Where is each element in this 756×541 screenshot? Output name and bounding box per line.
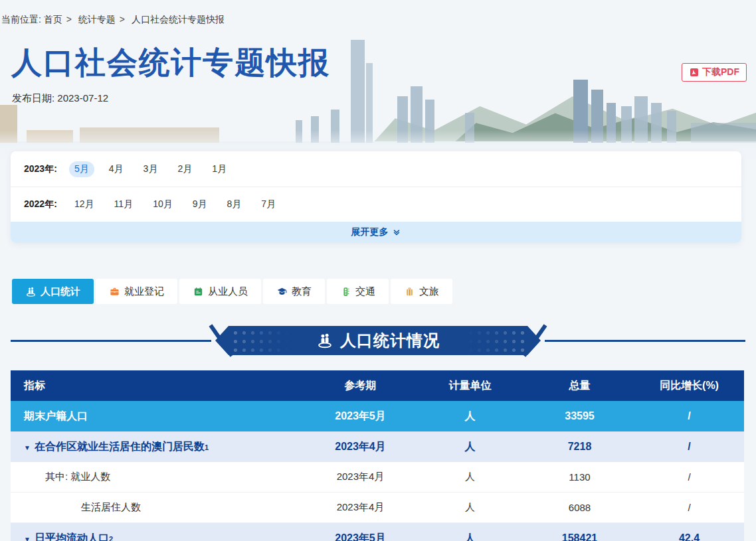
period-cell: 2023年5月: [306, 532, 415, 541]
section-line-right: [545, 340, 745, 342]
indicator-label: 在合作区就业生活居住的澳门居民数: [35, 440, 205, 454]
download-pdf-button[interactable]: 下载PDF: [682, 63, 747, 82]
month-option[interactable]: 11月: [109, 196, 139, 212]
total-cell: 6088: [525, 502, 634, 513]
period-filter-card: 2023年:5月4月3月2月1月2022年:12月11月10月9月8月7月 展开…: [11, 151, 741, 243]
section-title: 人口统计情况: [340, 330, 440, 351]
yoy-cell: /: [634, 410, 744, 422]
population-stats-table: 指标参考期计量单位总量同比增长(%)期末户籍人口2023年5月人33595/▼在…: [11, 370, 744, 541]
tab-label: 就业登记: [124, 285, 164, 298]
unit-cell: 人: [415, 501, 525, 514]
breadcrumb-item: 人口社会统计专题快报: [129, 14, 225, 25]
graduation-cap-icon: [276, 286, 288, 297]
table-row: 其中: 就业人数2023年4月人1130/: [11, 462, 744, 493]
people-icon: [316, 332, 333, 349]
month-option[interactable]: 7月: [256, 196, 281, 212]
table-row[interactable]: ▼日平均流动人口22023年5月人15842142.4: [11, 523, 744, 541]
indicator-label: 期末户籍人口: [24, 410, 88, 424]
collapse-triangle-icon[interactable]: ▼: [24, 444, 31, 451]
period-cell: 2023年4月: [306, 471, 415, 483]
tab-label: 文旅: [419, 285, 439, 298]
month-option[interactable]: 1月: [207, 161, 232, 177]
traffic-light-icon: [340, 286, 351, 297]
tab-教育[interactable]: 教育: [263, 279, 325, 304]
publish-date: 发布日期: 2023-07-12: [12, 92, 108, 105]
luggage-icon: [404, 286, 415, 297]
page-title: 人口社会统计专题快报: [11, 42, 330, 84]
month-option[interactable]: 5月: [69, 161, 94, 177]
unit-cell: 人: [415, 410, 525, 424]
column-header: 同比增长(%): [634, 379, 744, 393]
indicator-cell: 生活居住人数: [11, 501, 306, 514]
section-banner: 人口统计情况: [215, 326, 541, 355]
month-option[interactable]: 4月: [104, 161, 129, 177]
table-row: 生活居住人数2023年4月人6088/: [11, 493, 744, 523]
indicator-cell: ▼日平均流动人口2: [11, 532, 306, 541]
tab-从业人员[interactable]: 从业人员: [179, 279, 261, 304]
indicator-label: 其中: 就业人数: [45, 471, 110, 483]
yoy-cell: /: [634, 441, 744, 453]
tab-就业登记[interactable]: 就业登记: [96, 279, 177, 304]
yoy-cell: /: [634, 502, 744, 513]
column-header: 参考期: [306, 379, 415, 393]
period-cell: 2023年4月: [306, 501, 415, 514]
tab-文旅[interactable]: 文旅: [391, 279, 452, 304]
month-option[interactable]: 3月: [138, 161, 163, 177]
total-cell: 33595: [525, 410, 634, 422]
breadcrumb-separator: >: [66, 14, 72, 25]
month-option[interactable]: 10月: [147, 196, 178, 212]
total-cell: 7218: [525, 441, 634, 453]
indicator-cell: 其中: 就业人数: [11, 471, 306, 483]
indicator-cell: 期末户籍人口: [11, 410, 306, 424]
column-header: 总量: [525, 379, 634, 393]
year-label: 2022年:: [24, 198, 58, 210]
footnote-superscript: 2: [109, 535, 113, 541]
pdf-icon: [689, 67, 700, 78]
year-label: 2023年:: [24, 163, 58, 175]
expand-more-label: 展开更多: [351, 226, 389, 238]
table-row[interactable]: ▼在合作区就业生活居住的澳门居民数12023年4月人7218/: [11, 431, 744, 462]
breadcrumb-item[interactable]: 首页: [44, 14, 62, 25]
breadcrumb-item[interactable]: 统计专题: [76, 14, 116, 25]
unit-cell: 人: [415, 471, 525, 483]
expand-more-button[interactable]: 展开更多: [11, 222, 741, 243]
footnote-superscript: 1: [205, 443, 209, 451]
id-card-icon: [193, 286, 204, 297]
table-row: 期末户籍人口2023年5月人33595/: [11, 401, 744, 431]
yoy-cell: 42.4: [634, 532, 744, 541]
tab-label: 人口统计: [41, 285, 80, 298]
month-option[interactable]: 12月: [69, 196, 100, 212]
total-cell: 1130: [525, 471, 634, 483]
filter-year-row: 2023年:5月4月3月2月1月: [11, 151, 741, 187]
briefcase-icon: [109, 286, 120, 297]
indicator-label: 生活居住人数: [81, 501, 141, 514]
column-header: 计量单位: [415, 379, 525, 393]
unit-cell: 人: [415, 440, 525, 454]
category-tabs: 人口统计就业登记从业人员教育交通文旅: [12, 279, 452, 304]
tab-label: 从业人员: [208, 285, 248, 298]
column-header: 指标: [11, 379, 306, 393]
download-pdf-label: 下载PDF: [702, 66, 739, 78]
total-cell: 158421: [525, 532, 634, 541]
table-header-row: 指标参考期计量单位总量同比增长(%): [11, 370, 744, 401]
section-header: 人口统计情况: [0, 326, 756, 355]
breadcrumb-separator: >: [120, 14, 125, 25]
tab-交通[interactable]: 交通: [327, 279, 389, 304]
breadcrumb-prefix: 当前位置:: [1, 14, 41, 25]
period-cell: 2023年4月: [306, 440, 415, 454]
tab-label: 交通: [355, 285, 375, 298]
month-option[interactable]: 9月: [187, 196, 213, 212]
tab-人口统计[interactable]: 人口统计: [12, 279, 94, 304]
section-line-left: [11, 340, 211, 342]
collapse-triangle-icon[interactable]: ▼: [24, 536, 31, 541]
breadcrumb: 当前位置: 首页> 统计专题> 人口社会统计专题快报: [1, 14, 225, 26]
tab-label: 教育: [292, 285, 312, 298]
filter-year-row: 2022年:12月11月10月9月8月7月: [11, 187, 741, 222]
month-option[interactable]: 8月: [222, 196, 247, 212]
month-option[interactable]: 2月: [172, 161, 197, 177]
unit-cell: 人: [415, 532, 525, 541]
indicator-cell: ▼在合作区就业生活居住的澳门居民数1: [11, 440, 306, 454]
people-icon: [25, 286, 37, 297]
indicator-label: 日平均流动人口: [35, 532, 109, 541]
period-cell: 2023年5月: [306, 410, 415, 424]
